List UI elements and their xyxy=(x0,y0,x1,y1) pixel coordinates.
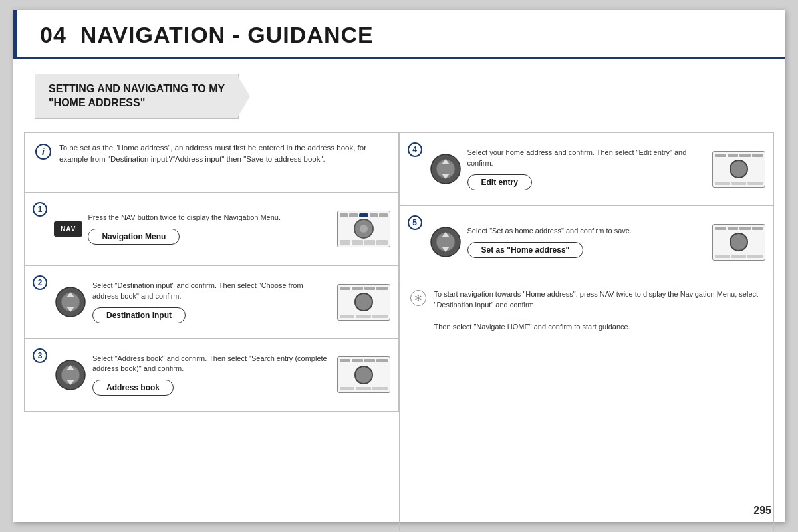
section-title-box: SETTING AND NAVIGATING TO MY "HOME ADDRE… xyxy=(35,74,239,119)
step-2-text: Select "Destination input" and confirm. … xyxy=(92,281,331,301)
step-1-pill: Navigation Menu xyxy=(88,229,180,245)
page-title: 04 NAVIGATION - GUIDANCE xyxy=(33,22,765,48)
tip-icon: ✻ xyxy=(410,290,426,306)
step-5-number: 5 xyxy=(408,215,422,230)
step-1-content: NAV Press the NAV button twice to displa… xyxy=(54,213,331,245)
step-5-pill: Set as "Home address" xyxy=(467,242,584,258)
knob-icon-2 xyxy=(54,285,87,319)
step-3-box: 3 Select "Address book" and confirm. The… xyxy=(24,338,399,412)
info-box: i To be set as the "Home address", an ad… xyxy=(24,132,399,192)
page-number: 295 xyxy=(753,505,771,517)
content-area: i To be set as the "Home address", an ad… xyxy=(24,132,774,531)
left-column: i To be set as the "Home address", an ad… xyxy=(24,132,400,531)
step-2-box: 2 Select "Destination in xyxy=(24,265,399,338)
section-title-container: SETTING AND NAVIGATING TO MY "HOME ADDRE… xyxy=(24,66,774,127)
step-5-box: 5 Select "Set as home address" and confi… xyxy=(400,205,775,279)
step-2-pill: Destination input xyxy=(92,307,186,323)
info-icon: i xyxy=(35,144,51,160)
knob-icon-5 xyxy=(429,225,462,259)
step-1-number: 1 xyxy=(33,202,47,217)
tip-text: To start navigation towards "Home addres… xyxy=(434,289,763,332)
device-mockup-3 xyxy=(337,356,390,393)
tip-box: ✻ To start navigation towards "Home addr… xyxy=(400,279,775,531)
step-5-content: Select "Set as home address" and confirm… xyxy=(429,225,706,259)
knob-icon-3 xyxy=(54,358,87,392)
step-1-text: Press the NAV button twice to display th… xyxy=(88,213,330,223)
step-4-content: Select your home address and confirm. Th… xyxy=(429,148,706,190)
step-4-number: 4 xyxy=(408,142,422,157)
step-3-pill: Address book xyxy=(92,380,174,396)
step-4-box: 4 Select your home address and confirm. … xyxy=(400,132,775,205)
step-4-text: Select your home address and confirm. Th… xyxy=(467,148,706,168)
device-mockup-5 xyxy=(712,224,765,261)
section-title: SETTING AND NAVIGATING TO MY "HOME ADDRE… xyxy=(49,82,225,110)
step-5-text: Select "Set as home address" and confirm… xyxy=(467,226,706,236)
info-text: To be set as the "Home address", an addr… xyxy=(59,142,388,166)
step-2-content: Select "Destination input" and confirm. … xyxy=(54,281,331,323)
step-3-content: Select "Address book" and confirm. Then … xyxy=(54,354,331,396)
page-header: 04 NAVIGATION - GUIDANCE xyxy=(13,10,785,59)
page: 04 NAVIGATION - GUIDANCE SETTING AND NAV… xyxy=(13,10,785,522)
device-mockup-4 xyxy=(712,151,765,188)
device-mockup-2 xyxy=(337,284,390,321)
step-1-box: 1 NAV Press the NAV button twice to disp… xyxy=(24,192,399,265)
device-mockup-1 xyxy=(337,211,390,247)
right-column: 4 Select your home address and confirm. … xyxy=(400,132,775,531)
step-2-number: 2 xyxy=(33,275,47,290)
step-3-number: 3 xyxy=(33,348,47,363)
nav-button: NAV xyxy=(54,221,82,237)
knob-icon-4 xyxy=(429,152,462,186)
step-4-pill: Edit entry xyxy=(467,174,532,190)
step-3-text: Select "Address book" and confirm. Then … xyxy=(92,354,331,374)
